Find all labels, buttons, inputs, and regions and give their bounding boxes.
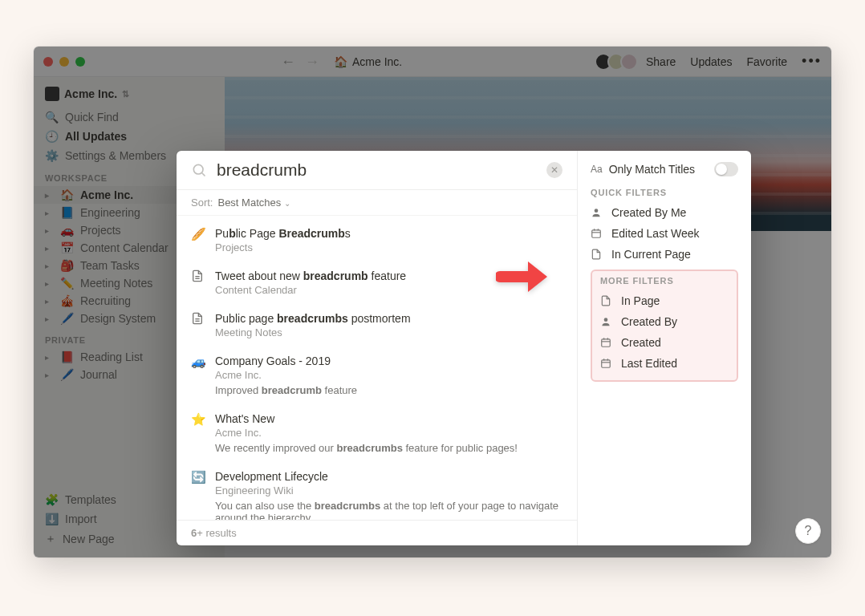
- results-footer: 6+ results: [177, 520, 577, 545]
- svg-line-1: [202, 173, 205, 176]
- match-case-icon: Aa: [591, 164, 603, 175]
- more-filter-item[interactable]: In Page: [600, 290, 729, 311]
- filter-label: Created By: [621, 315, 677, 328]
- result-title: Public Page Breadcrumbs: [215, 227, 562, 240]
- svg-point-0: [193, 164, 203, 174]
- calendar-icon: [600, 337, 613, 348]
- page-icon: [591, 249, 603, 260]
- filter-label: In Page: [621, 294, 660, 307]
- filter-label: Created By Me: [611, 206, 686, 219]
- more-filters-header: MORE FILTERS: [600, 276, 729, 286]
- result-icon: 🔄: [191, 470, 205, 520]
- results-suffix: + results: [197, 527, 237, 539]
- only-titles-toggle[interactable]: [714, 162, 738, 176]
- result-icon: 🥖: [191, 227, 205, 253]
- result-icon: [191, 312, 205, 338]
- result-title: Public page breadcrumbs postmortem: [215, 312, 562, 325]
- search-input[interactable]: [217, 160, 537, 180]
- filter-label: Edited Last Week: [611, 227, 699, 240]
- result-icon: [191, 270, 205, 296]
- result-snippet: We recently improved our breadcrumbs fea…: [215, 442, 562, 454]
- svg-rect-12: [602, 339, 611, 346]
- filter-label: In Current Page: [611, 248, 691, 261]
- search-result[interactable]: ⭐What's NewAcme Inc.We recently improved…: [177, 404, 577, 462]
- more-filters-box: MORE FILTERS In PageCreated ByCreatedLas…: [591, 270, 738, 382]
- only-titles-label: Only Match Titles: [609, 163, 695, 176]
- result-snippet: You can also use the breadcrumbs at the …: [215, 500, 562, 520]
- result-subtitle: Acme Inc.: [215, 427, 562, 439]
- result-title: Company Goals - 2019: [215, 355, 562, 367]
- search-result[interactable]: Public page breadcrumbs postmortemMeetin…: [177, 304, 577, 346]
- result-icon: ⭐: [191, 412, 205, 454]
- search-result[interactable]: 🥖Public Page BreadcrumbsProjects: [177, 219, 577, 261]
- result-subtitle: Engineering Wiki: [215, 484, 562, 496]
- result-title: Development Lifecycle: [215, 470, 562, 483]
- calendar-icon: [600, 358, 613, 369]
- result-icon: 🚙: [191, 355, 205, 396]
- quick-filter-item[interactable]: Created By Me: [591, 202, 738, 223]
- more-filter-item[interactable]: Created: [600, 332, 729, 353]
- quick-filter-item[interactable]: Edited Last Week: [591, 223, 738, 244]
- sort-menu[interactable]: Best Matches ⌄: [217, 197, 290, 209]
- calendar-icon: [591, 228, 603, 239]
- filter-label: Last Edited: [621, 357, 677, 370]
- result-snippet: Improved breadcrumb feature: [215, 384, 562, 396]
- app-window: ← → 🏠 Acme Inc. Share Updates Favorite •…: [34, 47, 831, 557]
- callout-arrow-icon: [496, 257, 552, 297]
- result-title: What's New: [215, 412, 562, 425]
- result-subtitle: Acme Inc.: [215, 369, 562, 381]
- svg-point-11: [604, 318, 608, 322]
- sort-value: Best Matches: [217, 197, 281, 209]
- more-filter-item[interactable]: Last Edited: [600, 353, 729, 374]
- search-icon: [191, 162, 207, 178]
- svg-point-6: [595, 209, 599, 213]
- filter-label: Created: [621, 336, 661, 349]
- svg-rect-16: [602, 360, 611, 367]
- result-subtitle: Meeting Notes: [215, 326, 562, 338]
- result-subtitle: Projects: [215, 241, 562, 253]
- search-result[interactable]: 🔄Development LifecycleEngineering WikiYo…: [177, 462, 577, 520]
- search-result[interactable]: 🚙Company Goals - 2019Acme Inc.Improved b…: [177, 346, 577, 404]
- person-icon: [591, 207, 603, 218]
- more-filter-item[interactable]: Created By: [600, 311, 729, 332]
- help-button[interactable]: ?: [795, 518, 821, 544]
- search-modal: ✕ Sort: Best Matches ⌄ 🥖Public Page Brea…: [177, 151, 751, 545]
- person-icon: [600, 316, 613, 327]
- page-icon: [600, 295, 613, 306]
- quick-filters-header: QUICK FILTERS: [591, 188, 738, 197]
- sort-label: Sort:: [191, 197, 213, 209]
- sort-row: Sort: Best Matches ⌄: [177, 190, 577, 216]
- clear-search-icon[interactable]: ✕: [546, 162, 562, 178]
- svg-rect-7: [592, 230, 601, 237]
- chevron-down-icon: ⌄: [284, 199, 290, 208]
- quick-filter-item[interactable]: In Current Page: [591, 244, 738, 265]
